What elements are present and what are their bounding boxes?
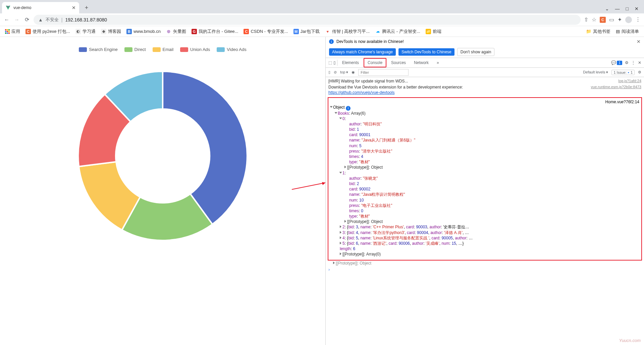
extension-icon[interactable]: C (600, 17, 606, 23)
reload-button[interactable]: ⟳ (23, 16, 30, 23)
bookmark-icon: C (244, 29, 249, 34)
prop-key: times (349, 209, 359, 213)
live-expression-icon[interactable]: ◉ (352, 70, 355, 74)
vue-icon (5, 5, 11, 10)
message-count: 1 (617, 61, 622, 65)
prop-value: 1 (357, 127, 359, 132)
bookmark-item[interactable]: ◎矢量图 (164, 27, 188, 36)
dont-show-button[interactable]: Don't show again (457, 48, 495, 56)
prop-value: "清华大学出版社" (361, 149, 392, 154)
devtools-notice-close[interactable]: ✕ (637, 39, 641, 44)
bookmark-label: 学习通 (83, 28, 96, 35)
device-toggle-icon[interactable]: ▯ (333, 60, 336, 65)
tab-sources[interactable]: Sources (388, 58, 409, 67)
console-toolbar: ▯ ⊘ top ▾ ◉ Default levels ▾ 1 Issue: ▪1… (326, 68, 644, 77)
bookmark-icon: ◎ (166, 29, 171, 34)
address-field[interactable]: ▲ 不安全 | 192.168.31.87:8080 (34, 15, 581, 25)
context-selector[interactable]: top ▾ (340, 70, 348, 74)
bookmark-item[interactable]: ◆博客园 (99, 27, 123, 36)
window-maximize[interactable]: □ (626, 6, 629, 11)
tab-elements[interactable]: Elements (339, 58, 362, 67)
bookmark-item[interactable]: ◐学习通 (74, 27, 97, 36)
prop-key: bid (349, 181, 355, 186)
log-source[interactable]: log.js?1afd:24 (619, 78, 642, 84)
legend-item[interactable]: Union Ads (180, 47, 210, 52)
devtools-menu-icon[interactable]: ⋮ (631, 60, 635, 65)
issues-count: 1 (631, 70, 633, 74)
console-settings-icon[interactable]: ⚙ (638, 70, 641, 74)
prop-value: "教材" (359, 214, 370, 219)
bookmark-item[interactable]: MJar包下载 (292, 27, 321, 36)
bookmark-label: Jar包下载 (301, 28, 320, 35)
tab-console[interactable]: Console (364, 58, 386, 67)
share-icon[interactable]: ⇧ (584, 16, 588, 23)
other-bookmarks-label: 其他书签 (593, 28, 610, 35)
reading-list[interactable]: ▤阅读清单 (614, 27, 641, 36)
log-source[interactable]: vue.runtime.esm.js?2b0e:8473 (591, 84, 641, 95)
window-close[interactable]: ✕ (635, 6, 639, 11)
object-label: Object (333, 105, 345, 110)
collapsed-object: 2: {bid: 3, name: 'C++ Primer Plus', car… (342, 225, 469, 229)
legend-item[interactable]: Video Ads (217, 47, 246, 52)
legend-item[interactable]: Email (153, 47, 174, 52)
bookmark-item[interactable]: CCSDN - 专业开发... (242, 27, 289, 36)
legend-swatch (180, 47, 188, 52)
menu-icon[interactable]: ⋮ (635, 16, 641, 23)
bookmark-label: 传智 | 高校学习平... (332, 28, 370, 35)
legend-item[interactable]: Direct (124, 47, 146, 52)
legend-item[interactable]: Search Engine (79, 47, 117, 52)
inspect-icon[interactable]: ⬚ (328, 60, 332, 65)
window-dropdown[interactable]: ⌄ (605, 6, 609, 11)
issues-badge[interactable]: 1 Issue: ▪1 (611, 70, 635, 75)
log-levels[interactable]: Default levels ▾ (583, 70, 608, 74)
console-object[interactable]: Home.vue?76f2:14 Object i Books: Array(6… (328, 97, 642, 261)
prop-value: "电子工业出版社" (361, 203, 392, 208)
bookmark-item[interactable]: G我的工作台 - Gitee... (190, 27, 240, 36)
bookmark-item[interactable]: ☁腾讯云 - 产业智变... (373, 27, 422, 36)
prop-key: length (340, 246, 351, 251)
tab-network[interactable]: Network (411, 58, 432, 67)
forward-button[interactable]: → (13, 16, 20, 23)
new-tab-button[interactable]: + (82, 3, 91, 12)
close-icon[interactable]: ✕ (72, 5, 76, 10)
devtools-close-icon[interactable]: ✕ (638, 60, 641, 65)
browser-tab[interactable]: vue-demo ✕ (2, 2, 79, 13)
extensions-icon[interactable]: ✦ (618, 16, 622, 23)
profile-icon[interactable] (625, 16, 632, 23)
bookmark-icon: B (126, 29, 132, 34)
prop-value: "张晓龙" (363, 176, 378, 181)
log-link[interactable]: https://github.com/vuejs/vue-devtools (328, 90, 394, 95)
tab-more[interactable]: » (433, 58, 442, 67)
bookmark-label: 矢量图 (173, 28, 186, 35)
back-button[interactable]: ← (3, 16, 10, 23)
bookmark-item[interactable]: ♥传智 | 高校学习平... (323, 27, 371, 36)
switch-language-button[interactable]: Switch DevTools to Chinese (398, 48, 454, 56)
prop-key: press (349, 149, 359, 154)
star-icon[interactable]: ☆ (592, 16, 596, 23)
reading-list-icon[interactable]: ▭ (609, 16, 614, 23)
prop-key: 1 (342, 171, 345, 175)
window-minimize[interactable]: — (615, 6, 620, 11)
prop-value: 90001 (359, 132, 370, 137)
clear-console-icon[interactable]: ⊘ (334, 70, 337, 74)
apps-button[interactable]: 应用 (3, 27, 22, 36)
prop-key: times (349, 154, 359, 159)
watermark: Yuucn.com (619, 338, 641, 343)
console-prompt[interactable]: › (326, 266, 644, 273)
bookmark-item[interactable]: 📁前端 (424, 27, 443, 36)
legend-swatch (79, 47, 87, 52)
match-language-button[interactable]: Always match Chrome's language (329, 48, 396, 56)
other-bookmarks[interactable]: 📁其他书签 (584, 27, 612, 36)
log-source[interactable]: Home.vue?76f2:14 (605, 100, 639, 104)
bookmark-item[interactable]: Bwww.bmob.cn (125, 27, 162, 36)
bookmark-item[interactable]: C使用 py2exe 打包... (24, 27, 72, 36)
address-bar: ← → ⟳ ▲ 不安全 | 192.168.31.87:8080 ⇧ ☆ C ▭… (0, 13, 644, 26)
console-sidebar-toggle[interactable]: ▯ (328, 70, 330, 74)
prop-key: press (349, 203, 359, 208)
filter-input[interactable] (358, 69, 409, 76)
console-body[interactable]: [HMR] Waiting for update signal from WDS… (326, 77, 644, 345)
settings-icon[interactable]: ⚙ (625, 60, 629, 65)
prop-value: "Java从入门到精通（第6版）" (362, 138, 416, 142)
message-icon[interactable]: 💬1 (611, 60, 622, 65)
bookmark-icon: 📁 (426, 29, 431, 34)
